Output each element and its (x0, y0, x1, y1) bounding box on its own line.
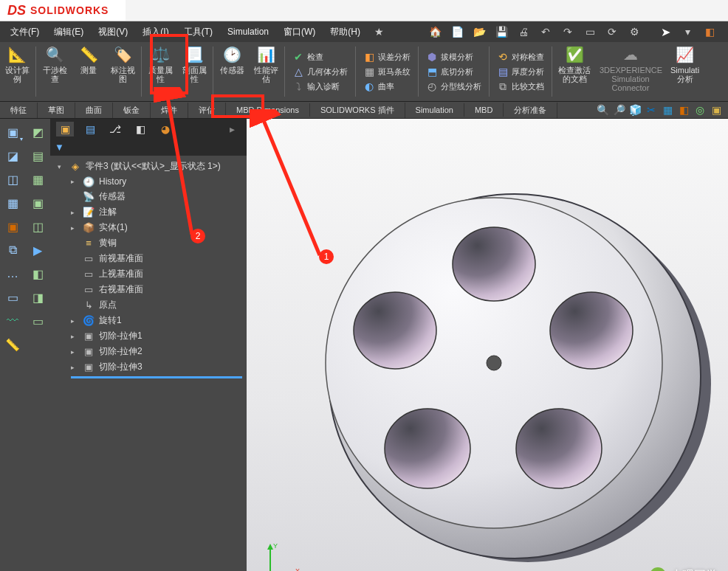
tab-7[interactable]: SOLIDWORKS 插件 (310, 103, 405, 118)
tab-4[interactable]: 焊件 (151, 103, 188, 118)
clipboard-icon[interactable]: 📄 (449, 24, 465, 40)
appearance-icon[interactable]: ◎ (693, 103, 707, 117)
tree-item-4[interactable]: ≡黄铜 (52, 235, 245, 251)
rail-cube-icon[interactable]: ▣▾ (4, 123, 21, 141)
ribbon-mini-2-0[interactable]: ⬢拔模分析 (423, 49, 484, 64)
rail-dots-icon[interactable]: … (4, 265, 21, 283)
rail-mirror-icon[interactable]: ⧉ (4, 241, 21, 259)
rail2-material-icon[interactable]: ▤ (29, 147, 47, 165)
tab-10[interactable]: 分析准备 (504, 103, 557, 118)
rail-curve-icon[interactable]: 〰 (4, 312, 21, 330)
tab-9[interactable]: MBD (464, 103, 504, 117)
ribbon-mini-3-0[interactable]: ⟲对称检查 (494, 49, 547, 64)
tree-item-6[interactable]: ▭上视基准面 (52, 266, 245, 282)
redo-icon[interactable]: ↷ (560, 24, 576, 40)
ribbon-mini-1-1[interactable]: ▦斑马条纹 (360, 64, 413, 79)
menu-7[interactable]: 帮助(H) (323, 23, 368, 41)
rebuild-icon[interactable]: ⟳ (604, 24, 620, 40)
display-style-icon[interactable]: ▦ (660, 103, 675, 117)
tree-item-3[interactable]: ▸📦实体(1) (52, 220, 245, 235)
ribbon-mini-3-1[interactable]: ▤厚度分析 (494, 64, 547, 79)
rail2-run-icon[interactable]: ▶ (29, 241, 47, 259)
rail-feature-icon[interactable]: ◫ (4, 170, 21, 188)
rail-sketch-icon[interactable]: ◪ (4, 147, 21, 165)
rail-boss-icon[interactable]: ▣ (4, 218, 21, 235)
ribbon-mini-1-2[interactable]: ◐曲率 (360, 79, 413, 94)
tree-item-11[interactable]: ▸▣切除-拉伸2 (52, 344, 245, 359)
ribbon-mini-2-1[interactable]: ⬒底切分析 (423, 64, 484, 79)
rail-ruler-icon[interactable]: 📏 (4, 336, 21, 353)
menu-5[interactable]: Simulation (220, 24, 276, 40)
ribbon-trail-1[interactable]: ☁3DEXPERIENCESimulationConnector (595, 42, 666, 101)
ribbon-mini-0-1[interactable]: △几何体分析 (289, 64, 351, 79)
ribbon-mini-0-0[interactable]: ✔检查 (289, 49, 351, 64)
tree-root[interactable]: ▾ ◈ 零件3 (默认<<默认>_显示状态 1>) (52, 159, 245, 174)
tab-3[interactable]: 钣金 (113, 103, 151, 118)
ribbon-btn-0[interactable]: 📐设计算例 (0, 42, 34, 101)
rail2-study-icon[interactable]: ◩ (29, 123, 47, 141)
ribbon-btn-5[interactable]: 📃剖面属性 (177, 42, 211, 101)
ribbon-btn-2[interactable]: 📏测量 (72, 42, 106, 101)
home-icon[interactable]: 🏠 (427, 24, 443, 40)
ribbon-mini-3-2[interactable]: ⧉比较文档 (494, 79, 547, 94)
ribbon-mini-2-2[interactable]: ◴分型线分析 (423, 79, 484, 94)
scene-icon[interactable]: ◧ (676, 103, 691, 117)
view-orient-icon[interactable]: 🧊 (628, 103, 642, 117)
tree-item-8[interactable]: ↳原点 (52, 297, 245, 313)
tab-8[interactable]: Simulation (405, 103, 464, 117)
tab-0[interactable]: 特征 (0, 103, 38, 118)
print-icon[interactable]: 🖨 (515, 24, 532, 40)
tree-item-9[interactable]: ▸🌀旋转1 (52, 313, 245, 328)
ribbon-btn-6[interactable]: 🕑传感器 (215, 42, 249, 101)
fm-config-tab-icon[interactable]: ⎇ (106, 122, 124, 136)
zoom-icon[interactable]: 🔍 (595, 103, 610, 117)
graphics-viewport[interactable]: Y X Z (247, 119, 728, 571)
palette-icon[interactable]: ◧ (701, 24, 718, 40)
ribbon-btn-4[interactable]: ⚖️质量属性 (143, 42, 177, 101)
rail2-fixture-icon[interactable]: ▦ (29, 170, 47, 188)
cursor-icon[interactable]: ➤ (657, 24, 673, 40)
menu-6[interactable]: 窗口(W) (276, 23, 323, 41)
feature-filter[interactable]: ▼ (50, 139, 247, 156)
menu-2[interactable]: 视图(V) (91, 23, 135, 41)
fm-tree-tab-icon[interactable]: ▣ (56, 122, 74, 136)
tree-item-1[interactable]: 📡传感器 (52, 189, 245, 204)
open-icon[interactable]: 📂 (471, 24, 487, 40)
fm-property-tab-icon[interactable]: ▤ (81, 122, 99, 136)
menu-3[interactable]: 插入(I) (135, 23, 176, 41)
section-icon[interactable]: ✂ (644, 103, 659, 117)
cube-icon[interactable]: ▣ (709, 103, 724, 117)
menu-0[interactable]: 文件(F) (3, 23, 47, 41)
ribbon-btn-1[interactable]: 🔍干涉检查 (38, 42, 72, 101)
ribbon-btn-7[interactable]: 📊性能评估 (249, 42, 283, 101)
save-icon[interactable]: 💾 (493, 24, 509, 40)
tab-1[interactable]: 草图 (38, 103, 75, 118)
tree-item-0[interactable]: ▸🕘History (52, 174, 245, 189)
ribbon-trail-0[interactable]: ✅检查激活的文档 (554, 42, 595, 101)
menu-4[interactable]: 工具(T) (176, 23, 220, 41)
rail2-load-icon[interactable]: ▣ (29, 194, 47, 212)
tree-item-12[interactable]: ▸▣切除-拉伸3 (52, 359, 245, 375)
tab-6[interactable]: MBD Dimensions (226, 103, 310, 117)
tab-2[interactable]: 曲面 (75, 103, 113, 118)
rail2-mesh-icon[interactable]: ◫ (29, 218, 47, 235)
options-icon[interactable]: ⚙ (626, 24, 642, 40)
tree-item-5[interactable]: ▭前视基准面 (52, 251, 245, 266)
rail2-report-icon[interactable]: ▭ (29, 312, 47, 330)
ribbon-mini-0-2[interactable]: ⤵输入诊断 (289, 79, 351, 94)
rail2-result-icon[interactable]: ◧ (29, 265, 47, 283)
ribbon-mini-1-0[interactable]: ◧误差分析 (360, 49, 413, 64)
tree-item-2[interactable]: ▸📝注解 (52, 204, 245, 220)
tab-5[interactable]: 评估 (188, 103, 226, 118)
rail2-plot-icon[interactable]: ◨ (29, 288, 47, 306)
select-icon[interactable]: ▭ (582, 24, 598, 40)
help-star-icon[interactable]: ★ (371, 24, 387, 40)
fm-appearance-tab-icon[interactable]: ◕ (157, 122, 174, 136)
fm-dim-tab-icon[interactable]: ◧ (131, 122, 149, 136)
ribbon-btn-3[interactable]: 🏷️标注视图 (106, 42, 140, 101)
zoom-area-icon[interactable]: 🔎 (611, 103, 626, 117)
tree-rollback-bar[interactable] (71, 376, 242, 378)
rail-plane-icon[interactable]: ▭ (4, 288, 21, 306)
undo-icon[interactable]: ↶ (538, 24, 554, 40)
ribbon-trail-2[interactable]: 📈Simulati分析 (666, 42, 704, 101)
